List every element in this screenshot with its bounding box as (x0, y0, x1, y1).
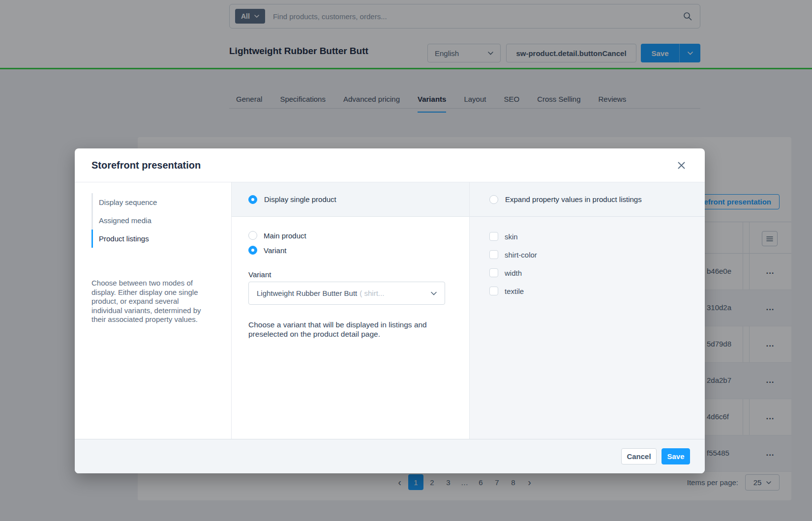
checkbox-shirt-color[interactable] (489, 250, 498, 259)
mode-description: Choose between two modes of display. Eit… (91, 279, 210, 324)
checkbox-width[interactable] (489, 268, 498, 277)
main-product-label: Main product (264, 232, 306, 240)
variant-select-value-muted: ( shirt... (360, 289, 384, 297)
property-textile-label: textile (505, 287, 524, 295)
variant-option[interactable]: Variant (248, 245, 469, 255)
sidebar-item-display-sequence[interactable]: Display sequence (91, 193, 208, 211)
modal-sidebar: Display sequence Assigned media Product … (75, 182, 231, 439)
variant-option-label: Variant (264, 246, 286, 255)
single-product-column: Display single product Main product Vari… (231, 182, 470, 439)
variant-select-value: Lightweight Rubber Butter Butt (257, 289, 357, 297)
display-single-product-label: Display single product (264, 195, 336, 203)
modal-title: Storefront presentation (91, 160, 201, 171)
chevron-down-icon (431, 291, 437, 295)
modal-body: Display sequence Assigned media Product … (75, 182, 705, 439)
property-skin[interactable]: skin (489, 232, 705, 241)
property-shirt-color-label: shirt-color (505, 251, 537, 259)
storefront-presentation-modal: Storefront presentation Display sequence… (75, 148, 705, 473)
radio-expand-property-values[interactable] (489, 195, 498, 204)
expand-property-values-label: Expand property values in product listin… (505, 195, 642, 203)
property-width-label: width (505, 269, 522, 277)
property-width[interactable]: width (489, 268, 705, 277)
property-list: skin shirt-color width textile (470, 217, 705, 305)
variant-select[interactable]: Lightweight Rubber Butter Butt ( shirt..… (248, 282, 445, 305)
modal-header: Storefront presentation (75, 148, 705, 182)
radio-main-product[interactable] (248, 231, 257, 240)
close-icon (678, 162, 685, 169)
variant-field-label: Variant (248, 270, 469, 279)
display-single-product-option[interactable]: Display single product (232, 182, 469, 217)
expand-properties-column: Expand property values in product listin… (470, 182, 705, 439)
checkbox-skin[interactable] (489, 232, 498, 241)
property-textile[interactable]: textile (489, 287, 705, 295)
variant-help-text: Choose a variant that will be displayed … (248, 320, 444, 339)
cancel-button[interactable]: Cancel (621, 448, 657, 464)
checkbox-textile[interactable] (489, 287, 498, 295)
property-shirt-color[interactable]: shirt-color (489, 250, 705, 259)
main-product-option[interactable]: Main product (248, 231, 469, 240)
save-button[interactable]: Save (662, 448, 690, 464)
sidebar-item-assigned-media[interactable]: Assigned media (91, 211, 208, 230)
modal-footer: Cancel Save (75, 439, 705, 473)
property-skin-label: skin (505, 232, 518, 241)
radio-display-single-product[interactable] (248, 195, 257, 204)
expand-property-values-option[interactable]: Expand property values in product listin… (470, 182, 705, 217)
radio-variant[interactable] (248, 246, 257, 255)
close-button[interactable] (675, 159, 687, 171)
sidebar-item-product-listings[interactable]: Product listings (91, 230, 208, 248)
